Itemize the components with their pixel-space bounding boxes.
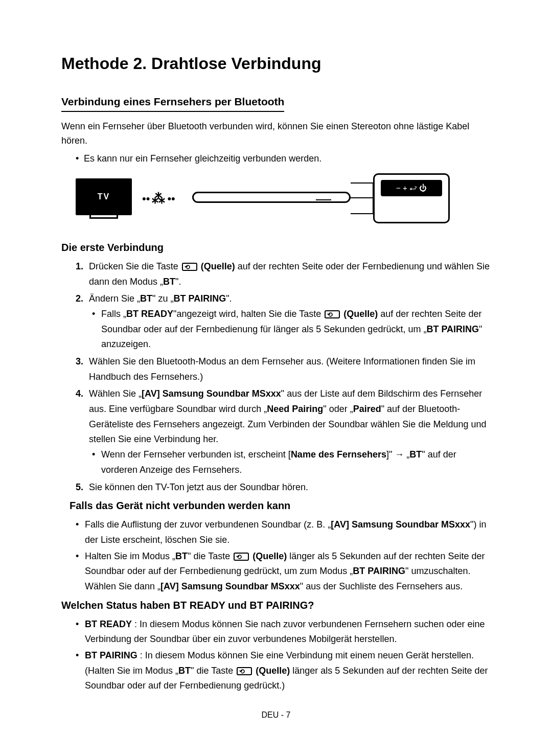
- step-2: 2. Ändern Sie „BT" zu „BT PAIRING". Fall…: [76, 291, 491, 352]
- troubleshoot-item-1: Falls die Auflistung der zuvor verbunden…: [76, 517, 491, 547]
- step-3: 3. Wählen Sie den Bluetooth-Modus an dem…: [76, 354, 491, 384]
- troubleshoot-title: Falls das Gerät nicht verbunden werden k…: [61, 498, 491, 513]
- step-2-sub: Falls „BT READY"angezeigt wird, halten S…: [92, 307, 491, 352]
- source-icon: [234, 553, 249, 561]
- status-item-2: BT PAIRING : In diesem Modus können Sie …: [76, 648, 491, 694]
- source-icon: [325, 310, 340, 318]
- control-symbols: − + ⮐ ⏻: [381, 180, 442, 196]
- bluetooth-icon: ••⁂••: [142, 189, 175, 209]
- first-connection-title: Die erste Verbindung: [61, 240, 491, 255]
- page-footer: DEU - 7: [61, 709, 491, 721]
- status-title: Welchen Status haben BT READY und BT PAI…: [61, 598, 491, 613]
- step-4-sub: Wenn der Fernseher verbunden ist, ersche…: [92, 447, 491, 477]
- source-icon: [237, 667, 252, 675]
- status-item-1: BT READY : In diesem Modus können Sie na…: [76, 617, 491, 647]
- step-4: 4. Wählen Sie „[AV] Samsung Soundbar MSx…: [76, 386, 491, 477]
- connector-line: [351, 182, 374, 214]
- section-title-bluetooth: Verbindung eines Fernsehers per Bluetoot…: [61, 94, 284, 112]
- troubleshoot-item-2: Halten Sie im Modus „BT" die Taste (Quel…: [76, 549, 491, 594]
- tv-label: TV: [77, 180, 130, 214]
- step-5: 5. Sie können den TV-Ton jetzt aus der S…: [76, 480, 491, 495]
- control-panel-illustration: − + ⮐ ⏻: [373, 173, 450, 223]
- page-heading: Methode 2. Drahtlose Verbindung: [61, 51, 491, 76]
- step-1: 1. Drücken Sie die Taste (Quelle) auf de…: [76, 259, 491, 289]
- source-icon: [182, 263, 197, 271]
- intro-text: Wenn ein Fernseher über Bluetooth verbun…: [61, 119, 491, 149]
- connection-diagram: TV ••⁂•• − + ⮐ ⏻: [76, 173, 491, 230]
- soundbar-illustration: [192, 192, 351, 203]
- intro-bullet: Es kann nur ein Fernseher gleichzeitig v…: [76, 151, 491, 166]
- tv-illustration: TV: [76, 178, 132, 215]
